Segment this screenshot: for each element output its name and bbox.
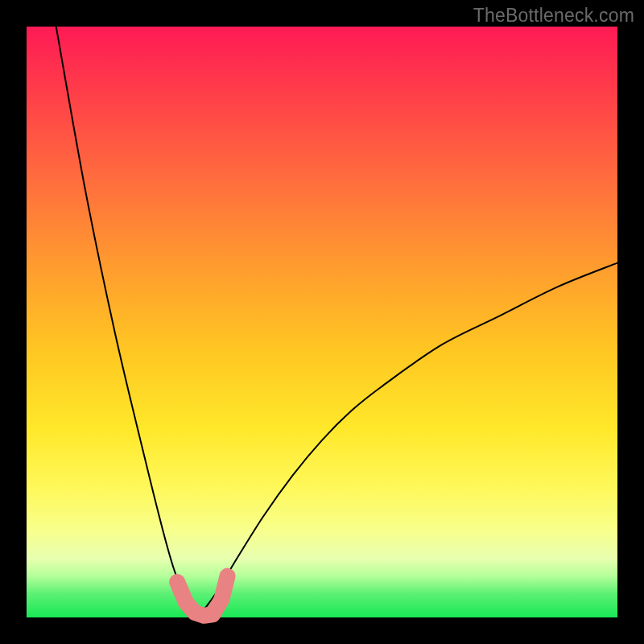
bottleneck-right-branch bbox=[198, 263, 617, 617]
optimal-band-markers bbox=[177, 576, 227, 616]
watermark-text: TheBottleneck.com bbox=[473, 5, 634, 27]
curve-layer bbox=[27, 27, 617, 617]
chart-frame: TheBottleneck.com bbox=[0, 0, 644, 644]
plot-area bbox=[27, 27, 617, 617]
bottleneck-left-branch bbox=[56, 27, 198, 617]
